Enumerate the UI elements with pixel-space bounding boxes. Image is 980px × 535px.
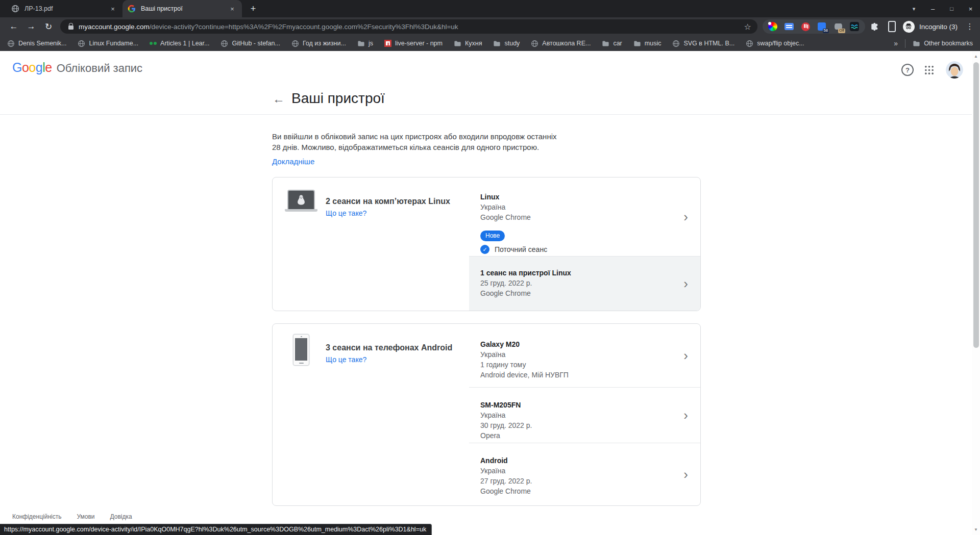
check-icon: ✓ <box>480 245 489 254</box>
learn-more-link[interactable]: Докладніше <box>272 157 314 167</box>
footer-terms-link[interactable]: Умови <box>77 513 94 520</box>
session-line: Україна <box>480 349 668 360</box>
laptop-linux-icon <box>285 190 317 212</box>
scrollbar-up-icon[interactable]: ▲ <box>972 54 980 59</box>
session-row-galaxy-m20[interactable]: Galaxy M20 Україна 1 годину тому Android… <box>469 324 700 387</box>
tab-close-icon[interactable]: × <box>108 5 117 13</box>
other-bookmarks-folder[interactable]: Other bookmarks <box>913 40 973 47</box>
session-rows: Galaxy M20 Україна 1 годину тому Android… <box>469 324 700 505</box>
extensions-cluster: 58 Off <box>763 19 865 34</box>
footer-help-link[interactable]: Довідка <box>110 513 132 520</box>
close-window-button[interactable]: × <box>961 0 980 17</box>
colorwheel-extension-icon[interactable] <box>768 22 778 32</box>
back-nav-icon[interactable]: ← <box>273 93 285 105</box>
tab-search-icon[interactable]: ▾ <box>904 0 923 17</box>
scrollbar-down-icon[interactable]: ▼ <box>972 527 980 532</box>
url-path: /device-activity?continue=https%3A%2F%2F… <box>150 23 458 31</box>
session-line: 27 груд. 2022 р. <box>480 476 668 486</box>
chevron-right-icon: › <box>683 277 688 290</box>
help-icon[interactable]: ? <box>901 64 914 76</box>
back-button[interactable]: ← <box>5 19 22 34</box>
maximize-button[interactable]: □ <box>942 0 961 17</box>
languagetool-extension-icon[interactable] <box>850 22 860 32</box>
bookmark-item[interactable]: Linux Fundame... <box>78 40 138 47</box>
what-is-this-link[interactable]: Що це таке? <box>326 355 366 364</box>
extensions-puzzle-icon[interactable] <box>870 21 880 33</box>
forward-button[interactable]: → <box>22 19 40 34</box>
tab-devices[interactable]: Ваші пристрої × <box>122 0 242 17</box>
session-line: Opera <box>480 430 668 441</box>
incognito-label: Incognito (3) <box>919 23 958 31</box>
incognito-indicator[interactable]: Incognito (3) <box>903 21 958 33</box>
session-row-linux-current[interactable]: Linux Україна Google Chrome Нове ✓ Поточ… <box>469 177 700 256</box>
folder-icon <box>357 40 365 47</box>
npm-icon <box>384 40 391 47</box>
globe-icon <box>672 40 680 47</box>
bookmark-folder[interactable]: Кухня <box>454 40 482 47</box>
address-bar[interactable]: myaccount.google.com /device-activity?co… <box>60 19 757 34</box>
google-apps-grid-icon[interactable] <box>924 65 934 77</box>
new-tab-button[interactable]: + <box>246 2 260 16</box>
bookmark-star-icon[interactable]: ☆ <box>744 22 751 32</box>
bookmark-item[interactable]: Год из жизни... <box>291 40 346 47</box>
phone-mirror-icon[interactable] <box>888 21 896 32</box>
status-url-tooltip: https://myaccount.google.com/device-acti… <box>0 524 432 535</box>
tab-title: ЛР-13.pdf <box>24 5 108 12</box>
bookmark-folder[interactable]: car <box>602 40 622 47</box>
browser-menu-icon[interactable]: ⋮ <box>962 22 978 31</box>
footer-privacy-link[interactable]: Конфіденційність <box>12 513 61 520</box>
session-title: 1 сеанс на пристрої Linux <box>480 268 668 278</box>
device-group-title: 3 сеанси на телефонах Android <box>326 343 452 352</box>
tab-title: Ваші пристрої <box>141 5 228 12</box>
folder-icon <box>602 40 609 47</box>
session-row-linux-old[interactable]: 1 сеанс на пристрої Linux 25 груд. 2022 … <box>469 257 700 311</box>
session-line: 25 груд. 2022 р. <box>480 278 668 288</box>
proxy-off-extension-icon[interactable]: Off <box>834 22 843 32</box>
session-title: Galaxy M20 <box>480 339 668 349</box>
page-scrollbar[interactable]: ▲ ▼ <box>972 51 980 535</box>
bookmark-item[interactable]: Articles 1 | Lear... <box>150 40 209 47</box>
bookmarks-overflow-icon[interactable]: » <box>894 39 898 47</box>
tab-bar: ЛР-13.pdf × Ваші пристрої × + ▾ – □ × <box>0 0 980 17</box>
tab-pdf[interactable]: ЛР-13.pdf × <box>6 0 122 17</box>
globe-favicon-icon <box>11 5 19 13</box>
google-account-logo[interactable]: G o o g l e Обліковий запис <box>12 60 142 75</box>
logo-letter: o <box>22 60 29 75</box>
globe-icon <box>78 40 85 47</box>
bookmark-folder[interactable]: study <box>493 40 520 47</box>
bookmark-folder[interactable]: js <box>357 40 373 47</box>
chevron-right-icon: › <box>683 409 688 422</box>
bookmark-folder[interactable]: music <box>633 40 662 47</box>
bookmark-item[interactable]: GitHub - stefan... <box>220 40 280 47</box>
bookmark-item[interactable]: Denis Semenik... <box>7 40 66 47</box>
avatar[interactable] <box>946 61 963 79</box>
logo-product-name: Обліковий запис <box>57 62 142 75</box>
bookmark-item[interactable]: swap/flip objec... <box>746 40 804 47</box>
counter-extension-icon[interactable]: 58 <box>817 22 827 32</box>
page-content: G o o g l e Обліковий запис ? ← Ваші при… <box>0 51 980 535</box>
folder-icon <box>454 40 461 47</box>
bookmark-item[interactable]: live-server - npm <box>384 40 443 47</box>
what-is-this-link[interactable]: Що це таке? <box>326 209 366 217</box>
scrollbar-thumb[interactable] <box>973 62 979 348</box>
page-title: Ваші пристрої <box>291 90 385 107</box>
globe-icon <box>746 40 753 47</box>
adblock-hand-extension-icon[interactable] <box>801 22 811 32</box>
device-group-summary: 3 сеанси на телефонах Android Що це таке… <box>273 324 469 505</box>
globe-icon <box>531 40 538 47</box>
device-group-card-android: 3 сеанси на телефонах Android Що це таке… <box>272 323 701 506</box>
folder-icon <box>493 40 501 47</box>
tab-close-icon[interactable]: × <box>228 5 237 13</box>
session-row-sm-m205fn[interactable]: SM-M205FN Україна 30 груд. 2022 р. Opera… <box>469 388 700 443</box>
folder-icon <box>633 40 641 47</box>
session-row-android[interactable]: Android Україна 27 груд. 2022 р. Google … <box>469 443 700 505</box>
minimize-button[interactable]: – <box>923 0 942 17</box>
chevron-right-icon: › <box>683 468 688 481</box>
bookmark-item[interactable]: SVG в HTML. B... <box>672 40 734 47</box>
bookmark-item[interactable]: Автошкола RE... <box>531 40 591 47</box>
reload-button[interactable]: ↻ <box>40 19 57 34</box>
session-line: Google Chrome <box>480 486 668 496</box>
bookmarks-right-group: » Other bookmarks <box>894 39 973 48</box>
keyboard-extension-icon[interactable] <box>785 22 794 32</box>
window-controls: ▾ – □ × <box>904 0 980 17</box>
